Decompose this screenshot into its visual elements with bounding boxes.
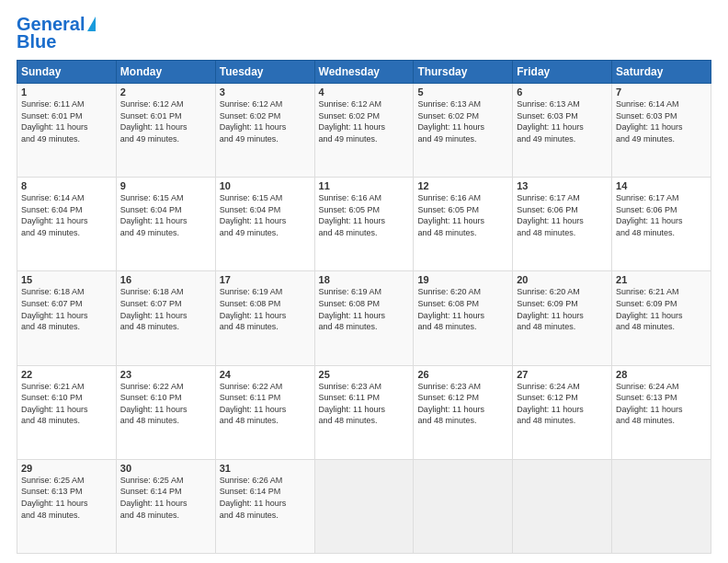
day-info: Sunrise: 6:12 AMSunset: 6:02 PMDaylight:… <box>220 99 287 144</box>
day-info: Sunrise: 6:18 AMSunset: 6:07 PMDaylight:… <box>21 287 88 331</box>
calendar-day-cell: 9 Sunrise: 6:15 AMSunset: 6:04 PMDayligh… <box>116 178 215 271</box>
calendar-day-cell: 19 Sunrise: 6:20 AMSunset: 6:08 PMDaylig… <box>414 271 513 365</box>
calendar-day-cell: 18 Sunrise: 6:19 AMSunset: 6:08 PMDaylig… <box>314 271 414 365</box>
day-number: 11 <box>319 180 410 191</box>
calendar-week-row: 22 Sunrise: 6:21 AMSunset: 6:10 PMDaylig… <box>17 365 711 459</box>
calendar-week-row: 29 Sunrise: 6:25 AMSunset: 6:13 PMDaylig… <box>17 459 711 553</box>
days-of-week-header: SundayMondayTuesdayWednesdayThursdayFrid… <box>17 61 711 84</box>
calendar-day-cell: 11 Sunrise: 6:16 AMSunset: 6:05 PMDaylig… <box>314 178 414 271</box>
day-number: 20 <box>517 274 608 285</box>
calendar-day-cell: 25 Sunrise: 6:23 AMSunset: 6:11 PMDaylig… <box>314 365 414 459</box>
day-number: 10 <box>220 180 311 191</box>
calendar-day-cell: 21 Sunrise: 6:21 AMSunset: 6:09 PMDaylig… <box>612 271 711 365</box>
day-info: Sunrise: 6:13 AMSunset: 6:03 PMDaylight:… <box>517 99 584 144</box>
calendar-day-cell: 14 Sunrise: 6:17 AMSunset: 6:06 PMDaylig… <box>612 178 711 271</box>
logo: General Blue <box>17 14 96 52</box>
day-number: 17 <box>220 274 311 285</box>
header: General Blue <box>17 14 711 52</box>
page: General Blue SundayMondayTuesdayWednesda… <box>0 0 728 563</box>
day-info: Sunrise: 6:20 AMSunset: 6:09 PMDaylight:… <box>517 287 584 331</box>
day-number: 2 <box>120 86 211 98</box>
dow-cell: Thursday <box>414 61 513 84</box>
day-info: Sunrise: 6:23 AMSunset: 6:11 PMDaylight:… <box>319 382 386 426</box>
day-info: Sunrise: 6:24 AMSunset: 6:13 PMDaylight:… <box>616 382 683 426</box>
calendar-table: SundayMondayTuesdayWednesdayThursdayFrid… <box>17 60 711 554</box>
day-number: 7 <box>616 86 707 98</box>
day-info: Sunrise: 6:15 AMSunset: 6:04 PMDaylight:… <box>220 193 287 237</box>
day-number: 19 <box>417 274 508 285</box>
dow-cell: Monday <box>116 61 215 84</box>
day-number: 12 <box>417 180 508 191</box>
day-number: 28 <box>616 369 707 380</box>
calendar-day-cell: 31 Sunrise: 6:26 AMSunset: 6:14 PMDaylig… <box>215 459 314 553</box>
day-info: Sunrise: 6:14 AMSunset: 6:03 PMDaylight:… <box>616 99 683 144</box>
calendar-day-cell: 13 Sunrise: 6:17 AMSunset: 6:06 PMDaylig… <box>513 178 612 271</box>
day-info: Sunrise: 6:12 AMSunset: 6:01 PMDaylight:… <box>120 99 188 144</box>
calendar-day-cell: 16 Sunrise: 6:18 AMSunset: 6:07 PMDaylig… <box>116 271 215 365</box>
day-number: 14 <box>616 180 707 191</box>
dow-cell: Sunday <box>17 61 117 84</box>
logo-triangle-icon <box>87 17 96 31</box>
dow-cell: Tuesday <box>215 61 314 84</box>
calendar-day-cell: 28 Sunrise: 6:24 AMSunset: 6:13 PMDaylig… <box>612 365 711 459</box>
dow-cell: Saturday <box>612 61 711 84</box>
day-number: 18 <box>319 274 410 285</box>
calendar-day-cell: 17 Sunrise: 6:19 AMSunset: 6:08 PMDaylig… <box>215 271 314 365</box>
calendar-day-cell: 20 Sunrise: 6:20 AMSunset: 6:09 PMDaylig… <box>513 271 612 365</box>
day-number: 15 <box>21 274 112 285</box>
dow-cell: Wednesday <box>314 61 414 84</box>
day-info: Sunrise: 6:16 AMSunset: 6:05 PMDaylight:… <box>417 193 484 237</box>
day-number: 23 <box>120 369 211 380</box>
day-info: Sunrise: 6:17 AMSunset: 6:06 PMDaylight:… <box>517 193 584 237</box>
day-number: 3 <box>220 86 311 98</box>
calendar-day-cell: 3 Sunrise: 6:12 AMSunset: 6:02 PMDayligh… <box>215 84 314 178</box>
day-number: 26 <box>417 369 508 380</box>
calendar-day-cell: 24 Sunrise: 6:22 AMSunset: 6:11 PMDaylig… <box>215 365 314 459</box>
calendar-day-cell: 7 Sunrise: 6:14 AMSunset: 6:03 PMDayligh… <box>612 84 711 178</box>
calendar-week-row: 8 Sunrise: 6:14 AMSunset: 6:04 PMDayligh… <box>17 178 711 271</box>
calendar-day-cell: 1 Sunrise: 6:11 AMSunset: 6:01 PMDayligh… <box>17 84 117 178</box>
calendar-day-cell: 2 Sunrise: 6:12 AMSunset: 6:01 PMDayligh… <box>116 84 215 178</box>
calendar-day-cell: 26 Sunrise: 6:23 AMSunset: 6:12 PMDaylig… <box>414 365 513 459</box>
calendar-day-cell: 12 Sunrise: 6:16 AMSunset: 6:05 PMDaylig… <box>414 178 513 271</box>
day-info: Sunrise: 6:19 AMSunset: 6:08 PMDaylight:… <box>319 287 386 331</box>
day-number: 22 <box>21 369 112 380</box>
day-info: Sunrise: 6:11 AMSunset: 6:01 PMDaylight:… <box>21 99 88 144</box>
calendar-day-cell <box>314 459 414 553</box>
day-info: Sunrise: 6:22 AMSunset: 6:11 PMDaylight:… <box>220 382 287 426</box>
day-info: Sunrise: 6:21 AMSunset: 6:09 PMDaylight:… <box>616 287 683 331</box>
day-info: Sunrise: 6:25 AMSunset: 6:13 PMDaylight:… <box>21 476 88 520</box>
day-info: Sunrise: 6:24 AMSunset: 6:12 PMDaylight:… <box>517 382 584 426</box>
logo-blue: Blue <box>17 31 56 52</box>
day-info: Sunrise: 6:14 AMSunset: 6:04 PMDaylight:… <box>21 193 88 237</box>
calendar-day-cell: 8 Sunrise: 6:14 AMSunset: 6:04 PMDayligh… <box>17 178 117 271</box>
calendar-day-cell <box>414 459 513 553</box>
day-number: 13 <box>517 180 608 191</box>
calendar-week-row: 15 Sunrise: 6:18 AMSunset: 6:07 PMDaylig… <box>17 271 711 365</box>
calendar-day-cell <box>612 459 711 553</box>
day-info: Sunrise: 6:25 AMSunset: 6:14 PMDaylight:… <box>120 476 188 520</box>
day-number: 16 <box>120 274 211 285</box>
day-number: 1 <box>21 86 112 98</box>
day-info: Sunrise: 6:26 AMSunset: 6:14 PMDaylight:… <box>220 476 287 520</box>
day-number: 27 <box>517 369 608 380</box>
calendar-day-cell: 6 Sunrise: 6:13 AMSunset: 6:03 PMDayligh… <box>513 84 612 178</box>
day-info: Sunrise: 6:20 AMSunset: 6:08 PMDaylight:… <box>417 287 484 331</box>
day-number: 5 <box>417 86 508 98</box>
day-info: Sunrise: 6:15 AMSunset: 6:04 PMDaylight:… <box>120 193 188 237</box>
calendar-day-cell: 5 Sunrise: 6:13 AMSunset: 6:02 PMDayligh… <box>414 84 513 178</box>
day-number: 21 <box>616 274 707 285</box>
day-number: 8 <box>21 180 112 191</box>
calendar-day-cell: 30 Sunrise: 6:25 AMSunset: 6:14 PMDaylig… <box>116 459 215 553</box>
day-info: Sunrise: 6:12 AMSunset: 6:02 PMDaylight:… <box>319 99 386 144</box>
day-number: 29 <box>21 463 112 474</box>
day-number: 31 <box>220 463 311 474</box>
day-info: Sunrise: 6:21 AMSunset: 6:10 PMDaylight:… <box>21 382 88 426</box>
day-number: 9 <box>120 180 211 191</box>
day-info: Sunrise: 6:13 AMSunset: 6:02 PMDaylight:… <box>417 99 484 144</box>
calendar-day-cell: 4 Sunrise: 6:12 AMSunset: 6:02 PMDayligh… <box>314 84 414 178</box>
day-number: 6 <box>517 86 608 98</box>
day-number: 4 <box>319 86 410 98</box>
day-info: Sunrise: 6:19 AMSunset: 6:08 PMDaylight:… <box>220 287 287 331</box>
day-number: 24 <box>220 369 311 380</box>
